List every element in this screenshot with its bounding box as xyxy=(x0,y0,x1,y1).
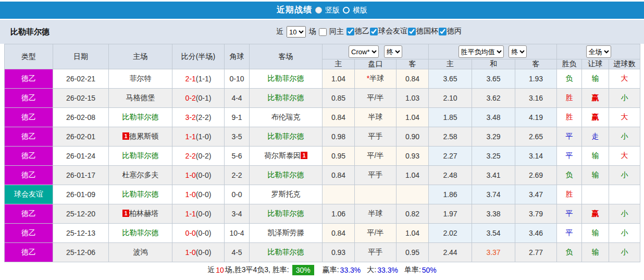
company-state-select[interactable]: 终 xyxy=(384,45,402,58)
cell-goals-result: 小 xyxy=(609,166,640,185)
cell-corner: 0-10 xyxy=(225,69,250,89)
handicap-star: * xyxy=(367,74,369,82)
league-checkbox-label: 德丙 xyxy=(447,27,462,36)
team-name-text: 罗斯托克 xyxy=(271,190,301,198)
team-name-text: 布伦瑞克 xyxy=(271,113,301,121)
scope-select[interactable]: 全场 xyxy=(586,45,611,58)
cell-league: 德乙 xyxy=(5,89,53,108)
cell-draw-odds: 3.74 xyxy=(472,185,515,204)
cell-draw-odds: 3.41 xyxy=(472,166,515,185)
cell-league: 德乙 xyxy=(5,69,53,89)
cell-ah-line: 平手 xyxy=(355,243,397,262)
cell-corner: 2-2 xyxy=(225,166,250,185)
cell-lose-odds: 2.77 xyxy=(515,243,557,262)
team-name-text: 比勒菲尔德 xyxy=(122,151,159,160)
cell-result: 胜 xyxy=(557,108,582,127)
cell-home-team: 比勒菲尔德 xyxy=(109,185,172,204)
league-checkbox[interactable] xyxy=(370,28,378,35)
col-header-corner: 角球 xyxy=(225,44,250,69)
team-name: 比勒菲尔德 xyxy=(10,27,49,37)
cell-corner: 0-0 xyxy=(225,185,250,204)
cell-home-team: 马格德堡 xyxy=(109,89,172,108)
cell-result: 负 xyxy=(557,243,582,262)
cell-home-team: 杜塞尔多夫 xyxy=(109,166,172,185)
subcol-goals: 进球数 xyxy=(609,59,640,69)
same-home-label: 同主 xyxy=(329,27,344,36)
score-fulltime: 2-2 xyxy=(185,152,196,160)
team-name-text: 比勒菲尔德 xyxy=(268,93,304,102)
cell-ah-home-odds: 0.84 xyxy=(323,108,355,127)
cell-away-team: 比勒菲尔德 xyxy=(250,243,323,262)
cell-win-odds: 2.10 xyxy=(429,89,472,108)
summary-record: 场,胜3平4负3, 胜率: xyxy=(225,265,289,275)
cell-date: 26-01-09 xyxy=(53,185,109,204)
cell-lose-odds: 3.14 xyxy=(515,147,557,166)
cell-ah-away-odds: 0.84 xyxy=(397,69,429,89)
team-name-text: 波鸿 xyxy=(133,248,148,256)
results-tbody: 德乙26-02-21菲尔特2-1(1-1)0-10比勒菲尔德1.04*半球0.8… xyxy=(5,69,640,262)
cell-result: 平 xyxy=(557,224,582,243)
cell-ah-home-odds xyxy=(323,185,355,204)
cell-score: 1-1(0-0) xyxy=(172,204,225,224)
cell-date: 25-12-06 xyxy=(53,243,109,262)
cell-win-odds: 2.48 xyxy=(429,166,472,185)
cell-corner: 10-4 xyxy=(225,224,250,243)
cell-date: 26-01-24 xyxy=(53,147,109,166)
cell-ah-line: 平/半 xyxy=(355,147,397,166)
layout-horizontal-label[interactable]: 横版 xyxy=(353,6,367,15)
cell-ah-home-odds: 0.84 xyxy=(323,224,355,243)
cell-league: 德乙 xyxy=(5,108,53,127)
near-label: 近 xyxy=(276,27,283,36)
score-halftime: (0-0) xyxy=(196,171,212,179)
score-halftime: (2-2) xyxy=(196,113,212,121)
team-name-text: 比勒菲尔德 xyxy=(268,132,304,140)
filter-controls: 近 10 场 同主 德乙球会友谊德国杯德丙 xyxy=(276,26,462,38)
odds-type-select[interactable]: 胜平负均值 xyxy=(459,45,504,58)
cell-away-team: 比勒菲尔德 xyxy=(250,69,323,89)
cell-score: 3-2(2-2) xyxy=(172,108,225,127)
cell-score: 2-1(1-1) xyxy=(172,69,225,89)
cell-date: 26-02-21 xyxy=(53,69,109,89)
league-checkbox-group: 德乙球会友谊德国杯德丙 xyxy=(346,27,462,37)
filter-bar: 比勒菲尔德 近 10 场 同主 德乙球会友谊德国杯德丙 xyxy=(0,20,644,44)
layout-vertical-label[interactable]: 竖版 xyxy=(325,6,340,15)
league-checkbox[interactable] xyxy=(346,28,354,35)
cell-win-odds: 1.85 xyxy=(429,108,472,127)
cell-ah-away-odds: 1.04 xyxy=(397,108,429,127)
cell-win-odds: 1.97 xyxy=(429,204,472,224)
score-halftime: (0-0) xyxy=(196,190,212,199)
header-group-row: 类型 日期 主场 比分(半场) 角球 客场 Crow* 终 胜平负均值 终 全场 xyxy=(5,44,640,59)
big-value: 33.3% xyxy=(377,266,398,274)
cell-ah-line: 平手 xyxy=(355,166,397,185)
cell-away-team: 比勒菲尔德 xyxy=(250,166,323,185)
cell-ah-result: 赢 xyxy=(582,204,609,224)
match-count-select[interactable]: 10 xyxy=(287,26,306,38)
col-header-type: 类型 xyxy=(5,44,53,69)
league-checkbox[interactable] xyxy=(439,28,447,35)
cell-lose-odds: 2.69 xyxy=(515,166,557,185)
same-home-checkbox[interactable] xyxy=(319,28,327,36)
team-name-text: 比勒菲尔德 xyxy=(268,248,304,256)
cell-away-team: 凯泽斯劳滕 xyxy=(250,224,323,243)
cell-lose-odds: 3.16 xyxy=(515,89,557,108)
cell-away-team: 荷尔斯泰因1 xyxy=(250,147,323,166)
company-select[interactable]: Crow* xyxy=(349,45,379,58)
cell-score: 1-0(0-0) xyxy=(172,166,225,185)
score-halftime: (0-0) xyxy=(196,248,212,257)
league-filter-item: 德乙 xyxy=(346,27,369,36)
table-row: 德乙25-12-06波鸿1-0(0-0)4-5比勒菲尔德0.93平手0.952.… xyxy=(5,243,640,262)
cell-result: 负 xyxy=(557,166,582,185)
layout-horizontal-radio[interactable] xyxy=(343,7,350,14)
cell-ah-away-odds: 1.04 xyxy=(397,224,429,243)
cell-away-team: 比勒菲尔德 xyxy=(250,204,323,224)
layout-vertical-radio[interactable] xyxy=(315,7,322,14)
cell-ah-away-odds: 0.93 xyxy=(397,147,429,166)
odds-state-select[interactable]: 终 xyxy=(509,45,527,58)
league-checkbox[interactable] xyxy=(408,28,416,35)
cell-home-team: 波鸿 xyxy=(109,243,172,262)
cell-lose-odds: 1.93 xyxy=(515,69,557,89)
handicap-selectors-cell: Crow* 终 xyxy=(323,44,429,59)
cell-ah-result: 输 xyxy=(582,166,609,185)
recent-results-panel: 近期战绩 竖版 横版 比勒菲尔德 近 10 场 同主 德乙球会友谊德国杯德丙 类… xyxy=(0,2,644,277)
cell-date: 26-01-17 xyxy=(53,166,109,185)
